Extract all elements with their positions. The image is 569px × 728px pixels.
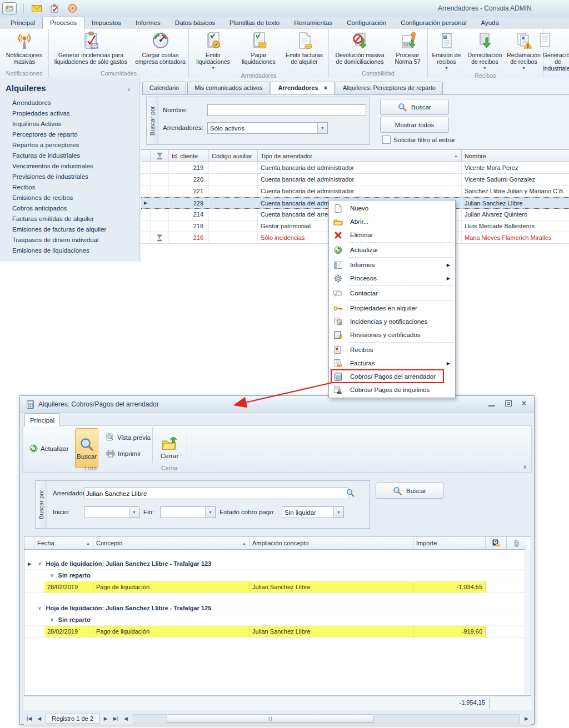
- close-tab-icon[interactable]: ×: [324, 84, 327, 91]
- dialog-titlebar[interactable]: Alquileres: Cobros/Pagos del arrendador …: [20, 396, 534, 413]
- menu-tab-informes[interactable]: Informes: [128, 17, 168, 29]
- emision-recibos-button[interactable]: T Emisión de recibos ▾: [428, 31, 465, 72]
- collapse-sidebar-icon[interactable]: ‹: [128, 85, 130, 93]
- cargar-cuotas-button[interactable]: Cargar cuotas empresa contadora: [133, 31, 188, 66]
- col-header-codigo[interactable]: Código auxiliar: [209, 150, 258, 162]
- sidebar-item-emisiones-recibos[interactable]: Emisiones de recibos: [0, 193, 139, 203]
- tab-arrendadores[interactable]: Arrendadores×: [271, 82, 335, 94]
- pagar-liquidaciones-button[interactable]: Pagar liquidaciones: [237, 31, 281, 66]
- col-header-concepto[interactable]: Concepto▲: [93, 537, 249, 549]
- table-row[interactable]: 220 Cuenta bancaria del administradorVic…: [141, 174, 569, 185]
- payment-row[interactable]: 28/02/2019 Pago de liquidación Julian Sa…: [24, 581, 531, 593]
- restore-icon[interactable]: [505, 400, 512, 406]
- procesar-norma57-button[interactable]: N57 Procesar Norma 57: [390, 31, 426, 66]
- sidebar-item-inquilinos-activos[interactable]: Inquilinos Activos: [0, 119, 139, 129]
- col-header-estado-icon[interactable]: [486, 537, 507, 549]
- col-header-ampliacion[interactable]: Ampliación concepto: [249, 537, 413, 549]
- menu-tab-configuracion-personal[interactable]: Configuración personal: [393, 17, 473, 29]
- emitir-facturas-button[interactable]: Emitir facturas de alquiler: [281, 31, 328, 66]
- tab-calendario[interactable]: Calendario: [142, 82, 186, 94]
- dialog-buscar-button[interactable]: Buscar: [376, 483, 443, 499]
- collapse-group-icon[interactable]: ∨: [50, 573, 54, 578]
- emitir-liquidaciones-button[interactable]: Emitir liquidaciones ▾: [190, 31, 237, 72]
- sidebar-item-previsiones[interactable]: Previsiones de industriales: [0, 172, 139, 182]
- sidebar-item-emisiones-facturas[interactable]: Emisiones de facturas de alquiler: [0, 224, 139, 235]
- chevron-down-icon[interactable]: ▼: [333, 507, 343, 518]
- actualizar-button[interactable]: Actualizar: [29, 444, 69, 453]
- menu-tab-principal[interactable]: Principal: [3, 17, 42, 29]
- subgroup-row-sin-reparto[interactable]: ∨ Sin reparto: [24, 614, 531, 626]
- menu-tab-datos-basicos[interactable]: Datos básicos: [168, 17, 222, 29]
- generacion-industriales-button[interactable]: Generación de industriales: [542, 31, 569, 72]
- menu-tab-ayuda[interactable]: Ayuda: [474, 17, 506, 29]
- mail-icon[interactable]: [32, 5, 42, 12]
- menu-tab-plantillas[interactable]: Plantillas de texto: [222, 17, 287, 29]
- sidebar-item-emisiones-liquidaciones[interactable]: Emisiones de liquidaciones: [0, 245, 139, 256]
- hourglass-column-header[interactable]: [151, 150, 169, 162]
- fin-select[interactable]: ▼: [160, 506, 216, 518]
- table-row[interactable]: 219 Cuenta bancaria del administradorVic…: [141, 162, 569, 174]
- broadcast-icon[interactable]: [68, 4, 77, 13]
- scrollbar-thumb[interactable]: [167, 715, 373, 723]
- table-row[interactable]: 221 Cuenta bancaria del administradorSan…: [141, 185, 569, 197]
- row-indicator-header[interactable]: [141, 150, 151, 162]
- row-indicator-header[interactable]: [24, 537, 34, 549]
- menu-item-procesos[interactable]: Procesos ▶: [329, 272, 455, 285]
- vertical-scrollbar[interactable]: [525, 549, 531, 695]
- mostrar-todos-button[interactable]: Mostrar todos: [380, 117, 449, 133]
- chevron-down-icon[interactable]: ▼: [317, 123, 327, 133]
- minimize-icon[interactable]: [488, 400, 495, 406]
- sidebar-item-vencimientos[interactable]: Vencimientos de industriales: [0, 161, 139, 172]
- menu-item-propiedades-alquiler[interactable]: Propiedades en alquiler: [329, 302, 455, 315]
- sidebar-item-facturas-emitidas[interactable]: Facturas emitidas de alquiler: [0, 214, 139, 224]
- app-menu-button[interactable]: [2, 2, 17, 14]
- buscar-button[interactable]: Buscar: [380, 99, 449, 115]
- menu-tab-impuestos[interactable]: Impuestos: [84, 17, 128, 29]
- col-header-nombre[interactable]: Nombre: [462, 150, 569, 162]
- notificaciones-masivas-button[interactable]: Notificaciones masivas: [1, 31, 48, 66]
- lookup-search-icon[interactable]: [346, 489, 355, 498]
- menu-item-recibos[interactable]: Recibos: [329, 343, 455, 357]
- last-record-button[interactable]: ▶|: [111, 716, 121, 721]
- menu-tab-configuracion[interactable]: Configuración: [340, 17, 393, 29]
- sidebar-item-traspasos[interactable]: Traspasos de dinero individual: [0, 235, 139, 245]
- menu-item-incidencias[interactable]: Incidencias y notificaciones: [329, 315, 455, 328]
- solicitar-filtro-checkbox[interactable]: [382, 135, 391, 144]
- nombre-input[interactable]: [207, 104, 366, 116]
- collapse-group-icon[interactable]: ∨: [38, 605, 42, 611]
- close-icon[interactable]: ×: [522, 400, 526, 406]
- prev-record-button[interactable]: ◀: [34, 716, 44, 721]
- generar-incidencias-button[interactable]: Generar incidencias para liquidaciones d…: [49, 31, 133, 66]
- tab-perceptores-reparto[interactable]: Alquileres: Perceptores de reparto: [336, 82, 443, 94]
- col-header-tipo[interactable]: Tipo de arrendador▲: [258, 150, 462, 162]
- cerrar-button[interactable]: Cerrar: [156, 429, 183, 466]
- sidebar-item-cobros-anticipados[interactable]: Cobros anticipados: [0, 203, 139, 214]
- payment-row[interactable]: 28/02/2019 Pago de liquidación Julian Sa…: [24, 626, 531, 637]
- collapse-group-icon[interactable]: ∨: [38, 561, 42, 566]
- imprimir-button[interactable]: Imprimir: [106, 450, 141, 458]
- sidebar-item-recibos[interactable]: Recibos: [0, 182, 139, 193]
- menu-item-nuevo[interactable]: Nuevo: [329, 202, 455, 215]
- menu-item-informes[interactable]: Informes ▶: [329, 258, 455, 272]
- tab-mis-comunicados[interactable]: Mis comunicados activos: [187, 82, 269, 94]
- col-header-importe[interactable]: Importe: [413, 537, 486, 549]
- chevron-down-icon[interactable]: ▼: [205, 507, 215, 518]
- menu-tab-procesos[interactable]: Procesos: [42, 17, 84, 29]
- menu-tab-herramientas[interactable]: Herramientas: [287, 17, 340, 29]
- subgroup-row-sin-reparto[interactable]: ∨ Sin reparto: [24, 570, 531, 581]
- sidebar-item-arrendadores[interactable]: Arrendadores: [0, 98, 139, 108]
- col-header-id-cliente[interactable]: Id. cliente: [169, 150, 209, 162]
- buscar-big-button[interactable]: Buscar: [75, 428, 98, 468]
- menu-item-eliminar[interactable]: Eliminar: [329, 228, 455, 242]
- chevron-down-icon[interactable]: ▼: [129, 507, 139, 518]
- devolucion-masiva-button[interactable]: Devolución masiva de domiciliaciones: [331, 31, 390, 66]
- scroll-right-button[interactable]: ▶: [522, 716, 531, 721]
- menu-item-contactar[interactable]: Contactar: [329, 287, 455, 300]
- menu-item-revisiones[interactable]: Revisiones y certificados: [329, 328, 455, 342]
- col-header-attachment-icon[interactable]: [507, 537, 526, 549]
- sidebar-item-repartos[interactable]: Repartos a perceptores: [0, 140, 139, 150]
- vista-previa-button[interactable]: Vista previa: [106, 433, 151, 441]
- tab-principal[interactable]: Principal: [24, 413, 60, 426]
- scroll-left-button[interactable]: ◀: [121, 716, 131, 721]
- sidebar-item-propiedades-activas[interactable]: Propiedades activas: [0, 108, 139, 119]
